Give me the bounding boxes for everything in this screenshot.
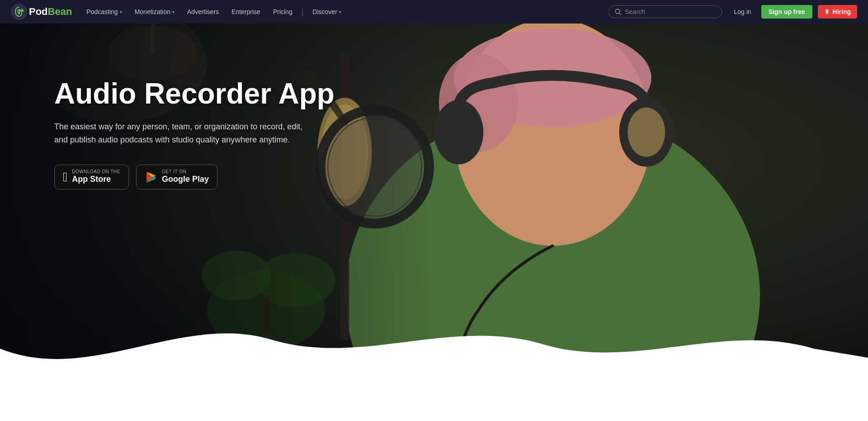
login-button[interactable]: Log in xyxy=(729,5,755,18)
google-play-icon xyxy=(145,171,157,184)
hero-wave xyxy=(0,303,868,421)
googleplay-button[interactable]: GET IT ON Google Play xyxy=(136,165,217,189)
apple-icon:  xyxy=(63,170,67,184)
chevron-down-icon: ▾ xyxy=(339,9,341,14)
hiring-button[interactable]: 🎙 Hiring xyxy=(818,5,857,19)
search-box[interactable] xyxy=(608,5,722,18)
svg-point-1 xyxy=(21,9,24,12)
nav-advertisers[interactable]: Advertisers xyxy=(182,5,224,19)
nav-links: Podcasting ▾ Monetization ▾ Advertisers … xyxy=(81,5,601,19)
nav-discover[interactable]: Discover ▾ xyxy=(307,5,346,19)
hero-subtitle: The easiest way for any person, team, or… xyxy=(54,120,307,147)
search-input[interactable] xyxy=(625,8,715,15)
logo-text: PodBean xyxy=(29,6,72,18)
search-icon xyxy=(615,9,621,15)
appstore-button-text: Download on the App Store xyxy=(72,170,120,184)
hero-text: Audio Recorder App The easiest way for a… xyxy=(54,78,335,189)
chevron-down-icon: ▾ xyxy=(120,9,122,14)
hero-title: Audio Recorder App xyxy=(54,78,335,109)
microphone-icon: 🎙 xyxy=(824,9,830,15)
appstore-button[interactable]:  Download on the App Store xyxy=(54,165,129,189)
googleplay-button-text: GET IT ON Google Play xyxy=(162,170,209,184)
hero-buttons:  Download on the App Store xyxy=(54,165,335,189)
chevron-down-icon: ▾ xyxy=(172,9,175,14)
nav-monetization[interactable]: Monetization ▾ xyxy=(129,5,180,19)
navbar: PodBean Podcasting ▾ Monetization ▾ Adve… xyxy=(0,0,868,24)
logo-icon xyxy=(11,4,27,20)
nav-pricing[interactable]: Pricing xyxy=(268,5,298,19)
nav-enterprise[interactable]: Enterprise xyxy=(226,5,266,19)
hero-section: Audio Recorder App The easiest way for a… xyxy=(0,0,868,421)
logo[interactable]: PodBean xyxy=(11,4,72,20)
nav-right: Log in Sign up free 🎙 Hiring xyxy=(729,5,857,19)
svg-line-3 xyxy=(619,13,621,15)
nav-podcasting[interactable]: Podcasting ▾ xyxy=(81,5,127,19)
signup-button[interactable]: Sign up free xyxy=(761,5,812,19)
nav-divider: | xyxy=(300,7,306,17)
